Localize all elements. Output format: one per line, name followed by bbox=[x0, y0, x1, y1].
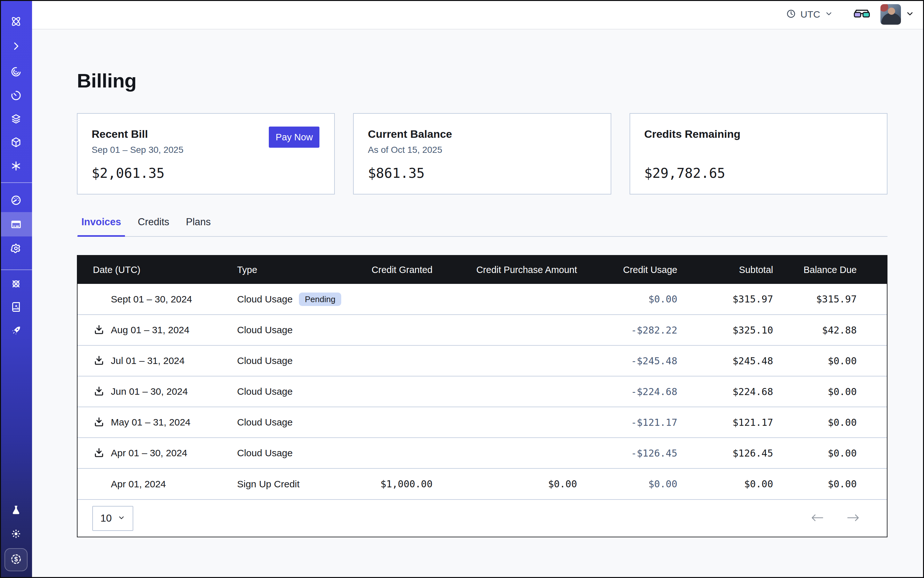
balance-due-cell: $42.88 bbox=[773, 315, 887, 346]
sidebar-item-history[interactable] bbox=[0, 83, 32, 108]
sidebar-item-theme[interactable] bbox=[0, 521, 32, 546]
sidebar-item-usage[interactable] bbox=[0, 188, 32, 213]
table-footer: 10 bbox=[78, 499, 887, 537]
status-badge: Pending bbox=[299, 292, 341, 306]
credit-usage-cell: $0.00 bbox=[577, 468, 677, 499]
sidebar-divider bbox=[0, 270, 32, 270]
download-invoice-button[interactable] bbox=[93, 447, 105, 459]
download-icon bbox=[93, 385, 105, 398]
sidebar-item-observe[interactable] bbox=[0, 60, 32, 84]
credit-usage-cell: -$245.48 bbox=[577, 346, 677, 376]
balance-due-cell: $0.00 bbox=[773, 407, 887, 438]
pagination-controls bbox=[810, 512, 861, 524]
flask-icon bbox=[10, 504, 22, 516]
credit-usage-cell: -$121.17 bbox=[577, 407, 677, 438]
cube-icon bbox=[10, 136, 22, 148]
timezone-selector[interactable]: UTC bbox=[786, 9, 833, 20]
page-title: Billing bbox=[77, 69, 887, 92]
card-amount: $29,782.65 bbox=[644, 165, 725, 181]
card-title: Credits Remaining bbox=[644, 128, 872, 140]
topbar: UTC bbox=[32, 0, 924, 29]
table-row: Jun 01 – 30, 2024 Cloud Usage -$224.68 $… bbox=[78, 376, 887, 407]
table-row: Apr 01 – 30, 2024 Cloud Usage -$126.45 $… bbox=[78, 438, 887, 468]
credit-granted-cell bbox=[360, 315, 432, 346]
invoice-date: Aug 01 – 31, 2024 bbox=[111, 325, 189, 336]
subtotal-cell: $315.97 bbox=[677, 284, 773, 315]
sidebar-item-getting-started[interactable] bbox=[0, 318, 32, 343]
layers-icon bbox=[10, 113, 22, 125]
app-logo[interactable] bbox=[0, 9, 32, 34]
column-header-balance-due: Balance Due bbox=[773, 256, 887, 284]
download-icon bbox=[93, 447, 105, 459]
arrow-left-icon bbox=[810, 512, 825, 524]
table-row: Sept 01 – 30, 2024 Cloud Usage Pending $… bbox=[78, 284, 887, 315]
subtotal-cell: $126.45 bbox=[677, 438, 773, 468]
chevron-right-icon bbox=[11, 41, 21, 52]
user-avatar[interactable] bbox=[880, 4, 901, 25]
invoice-date: Sept 01 – 30, 2024 bbox=[111, 294, 192, 305]
balance-due-cell: $0.00 bbox=[773, 346, 887, 376]
sidebar-item-expand[interactable] bbox=[0, 34, 32, 58]
type-cell: Cloud Usage bbox=[222, 438, 360, 468]
sidebar-item-models[interactable] bbox=[0, 154, 32, 178]
sidebar-item-support[interactable] bbox=[0, 272, 32, 296]
next-page-button[interactable] bbox=[846, 512, 861, 524]
tab-invoices[interactable]: Invoices bbox=[78, 216, 125, 236]
credit-purchase-cell bbox=[432, 284, 577, 315]
subtotal-cell: $121.17 bbox=[677, 407, 773, 438]
gauge-icon bbox=[10, 195, 22, 206]
previous-page-button[interactable] bbox=[810, 512, 825, 524]
subtotal-cell: $325.10 bbox=[677, 315, 773, 346]
date-cell: May 01 – 31, 2024 bbox=[78, 407, 222, 438]
sidebar-item-labs[interactable] bbox=[0, 498, 32, 522]
table-row: Apr 01, 2024 Sign Up Credit $1,000.00 $0… bbox=[78, 468, 887, 499]
table-row: Aug 01 – 31, 2024 Cloud Usage -$282.22 $… bbox=[78, 315, 887, 346]
credit-granted-cell bbox=[360, 376, 432, 407]
sidebar-item-settings[interactable] bbox=[0, 236, 32, 260]
download-invoice-button[interactable] bbox=[93, 355, 105, 367]
invoice-date: May 01 – 31, 2024 bbox=[111, 417, 191, 428]
glasses-icon bbox=[854, 9, 870, 20]
table-header-row: Date (UTC) Type Credit Granted Credit Pu… bbox=[78, 256, 887, 284]
timezone-label: UTC bbox=[801, 9, 820, 20]
credit-purchase-cell bbox=[432, 346, 577, 376]
download-icon bbox=[93, 324, 105, 336]
card-title: Current Balance bbox=[368, 128, 596, 140]
glasses-toggle[interactable] bbox=[854, 9, 870, 20]
column-header-credit-granted: Credit Granted bbox=[360, 256, 432, 284]
clock-icon bbox=[786, 9, 796, 20]
sidebar-item-billing[interactable] bbox=[0, 212, 32, 237]
tab-plans[interactable]: Plans bbox=[182, 216, 215, 236]
download-invoice-button[interactable] bbox=[93, 385, 105, 398]
subtotal-cell: $0.00 bbox=[677, 468, 773, 499]
credit-purchase-cell: $0.00 bbox=[432, 468, 577, 499]
sidebar-item-credits[interactable]: $ bbox=[5, 548, 28, 571]
pay-now-button[interactable]: Pay Now bbox=[269, 127, 320, 148]
sidebar-item-docs[interactable] bbox=[0, 295, 32, 319]
download-invoice-button[interactable] bbox=[93, 416, 105, 429]
summary-cards: Recent Bill Sep 01 – Sep 30, 2025 $2,061… bbox=[77, 113, 887, 195]
billing-tabs: Invoices Credits Plans bbox=[77, 216, 887, 237]
invoice-type: Sign Up Credit bbox=[237, 479, 300, 490]
column-header-type: Type bbox=[222, 256, 360, 284]
page-size-select[interactable]: 10 bbox=[92, 506, 133, 531]
download-invoice-button[interactable] bbox=[93, 324, 105, 336]
tab-credits[interactable]: Credits bbox=[134, 216, 173, 236]
type-cell: Cloud Usage bbox=[222, 346, 360, 376]
chevron-down-icon bbox=[118, 512, 125, 524]
chevron-down-icon[interactable] bbox=[905, 9, 914, 19]
main-content: Billing Recent Bill Sep 01 – Sep 30, 202… bbox=[32, 29, 924, 578]
date-cell: Apr 01, 2024 bbox=[78, 468, 222, 499]
sidebar-item-packages[interactable] bbox=[0, 130, 32, 154]
invoice-date: Jul 01 – 31, 2024 bbox=[111, 355, 185, 366]
table-row: May 01 – 31, 2024 Cloud Usage -$121.17 $… bbox=[78, 407, 887, 438]
arrow-right-icon bbox=[846, 512, 861, 524]
invoice-type: Cloud Usage bbox=[237, 355, 292, 366]
type-cell: Cloud Usage Pending bbox=[222, 284, 360, 315]
download-icon bbox=[93, 416, 105, 429]
invoice-table-body: Sept 01 – 30, 2024 Cloud Usage Pending $… bbox=[78, 284, 887, 499]
subtotal-cell: $224.68 bbox=[677, 376, 773, 407]
orbit-logo-icon bbox=[9, 15, 23, 29]
balance-due-cell: $0.00 bbox=[773, 438, 887, 468]
sidebar-item-layers[interactable] bbox=[0, 107, 32, 131]
